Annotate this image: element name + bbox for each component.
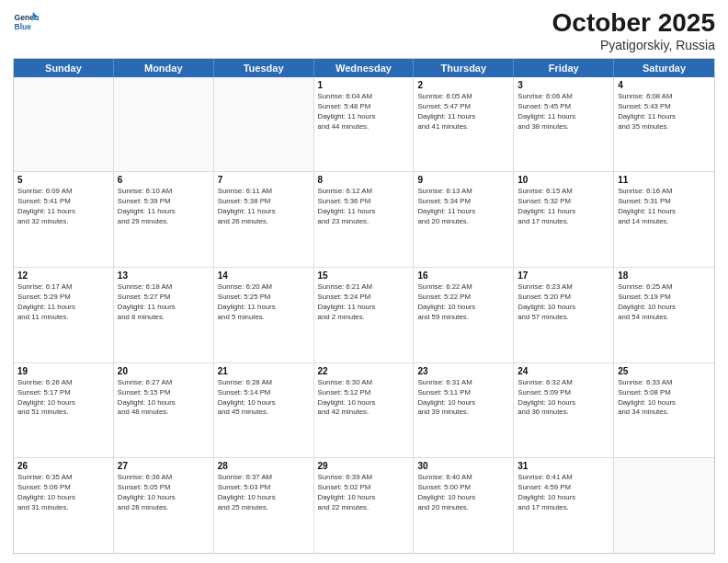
day-number: 4 — [618, 80, 711, 90]
day-cell-7: 7Sunrise: 6:11 AM Sunset: 5:38 PM Daylig… — [214, 172, 314, 267]
day-info: Sunrise: 6:25 AM Sunset: 5:19 PM Dayligh… — [618, 282, 711, 323]
day-number: 10 — [518, 175, 609, 185]
header-day-saturday: Saturday — [614, 59, 714, 77]
calendar-row-2: 5Sunrise: 6:09 AM Sunset: 5:41 PM Daylig… — [14, 172, 714, 268]
day-number: 23 — [417, 366, 509, 376]
day-cell-20: 20Sunrise: 6:27 AM Sunset: 5:15 PM Dayli… — [114, 363, 214, 458]
day-number: 14 — [218, 270, 310, 281]
header-day-thursday: Thursday — [414, 59, 514, 77]
calendar-row-3: 12Sunrise: 6:17 AM Sunset: 5:29 PM Dayli… — [14, 268, 714, 363]
day-cell-11: 11Sunrise: 6:16 AM Sunset: 5:31 PM Dayli… — [614, 172, 714, 267]
day-cell-24: 24Sunrise: 6:32 AM Sunset: 5:09 PM Dayli… — [514, 363, 614, 458]
day-number: 25 — [618, 366, 711, 376]
day-info: Sunrise: 6:20 AM Sunset: 5:25 PM Dayligh… — [218, 282, 310, 323]
day-number: 6 — [118, 175, 210, 185]
day-cell-16: 16Sunrise: 6:22 AM Sunset: 5:22 PM Dayli… — [414, 268, 514, 362]
day-info: Sunrise: 6:06 AM Sunset: 5:45 PM Dayligh… — [518, 92, 609, 132]
day-number: 19 — [17, 366, 109, 376]
day-info: Sunrise: 6:30 AM Sunset: 5:12 PM Dayligh… — [318, 378, 410, 419]
day-info: Sunrise: 6:05 AM Sunset: 5:47 PM Dayligh… — [417, 92, 509, 132]
day-cell-13: 13Sunrise: 6:18 AM Sunset: 5:27 PM Dayli… — [114, 268, 214, 362]
title-block: October 2025 Pyatigorskiy, Russia — [552, 9, 715, 52]
day-cell-18: 18Sunrise: 6:25 AM Sunset: 5:19 PM Dayli… — [614, 268, 714, 362]
day-info: Sunrise: 6:10 AM Sunset: 5:39 PM Dayligh… — [118, 187, 210, 227]
day-number: 17 — [518, 270, 609, 281]
day-number: 30 — [417, 461, 509, 471]
day-number: 2 — [417, 80, 509, 90]
day-number: 21 — [218, 366, 310, 376]
day-info: Sunrise: 6:18 AM Sunset: 5:27 PM Dayligh… — [118, 282, 210, 323]
day-cell-9: 9Sunrise: 6:13 AM Sunset: 5:34 PM Daylig… — [414, 172, 514, 267]
calendar-body: 1Sunrise: 6:04 AM Sunset: 5:48 PM Daylig… — [14, 77, 714, 553]
day-cell-22: 22Sunrise: 6:30 AM Sunset: 5:12 PM Dayli… — [314, 363, 415, 458]
empty-cell — [614, 458, 714, 553]
day-cell-8: 8Sunrise: 6:12 AM Sunset: 5:36 PM Daylig… — [314, 172, 415, 267]
day-cell-29: 29Sunrise: 6:39 AM Sunset: 5:02 PM Dayli… — [314, 458, 415, 553]
day-number: 12 — [17, 270, 109, 281]
day-number: 20 — [118, 366, 210, 376]
day-info: Sunrise: 6:31 AM Sunset: 5:11 PM Dayligh… — [417, 378, 509, 419]
day-cell-5: 5Sunrise: 6:09 AM Sunset: 5:41 PM Daylig… — [14, 172, 114, 267]
header-day-tuesday: Tuesday — [214, 59, 314, 77]
day-info: Sunrise: 6:12 AM Sunset: 5:36 PM Dayligh… — [318, 187, 410, 227]
header: General Blue October 2025 Pyatigorskiy, … — [13, 9, 715, 52]
day-number: 13 — [118, 270, 210, 281]
day-number: 28 — [218, 461, 310, 471]
day-cell-1: 1Sunrise: 6:04 AM Sunset: 5:48 PM Daylig… — [314, 77, 415, 172]
day-info: Sunrise: 6:11 AM Sunset: 5:38 PM Dayligh… — [218, 187, 310, 227]
day-number: 3 — [518, 80, 609, 90]
day-number: 31 — [518, 461, 609, 471]
day-number: 16 — [417, 270, 509, 281]
page: General Blue October 2025 Pyatigorskiy, … — [0, 0, 728, 563]
day-number: 8 — [318, 175, 410, 185]
day-info: Sunrise: 6:04 AM Sunset: 5:48 PM Dayligh… — [318, 92, 410, 132]
day-cell-26: 26Sunrise: 6:35 AM Sunset: 5:06 PM Dayli… — [14, 458, 114, 553]
day-number: 7 — [218, 175, 310, 185]
location: Pyatigorskiy, Russia — [552, 38, 715, 52]
calendar: SundayMondayTuesdayWednesdayThursdayFrid… — [13, 58, 715, 554]
day-info: Sunrise: 6:26 AM Sunset: 5:17 PM Dayligh… — [17, 378, 109, 419]
day-cell-30: 30Sunrise: 6:40 AM Sunset: 5:00 PM Dayli… — [414, 458, 514, 553]
day-info: Sunrise: 6:13 AM Sunset: 5:34 PM Dayligh… — [417, 187, 509, 227]
day-info: Sunrise: 6:09 AM Sunset: 5:41 PM Dayligh… — [17, 187, 109, 227]
empty-cell — [214, 77, 314, 172]
day-number: 27 — [118, 461, 210, 471]
day-number: 24 — [518, 366, 609, 376]
logo-icon: General Blue — [13, 9, 39, 35]
day-number: 9 — [417, 175, 509, 185]
day-info: Sunrise: 6:35 AM Sunset: 5:06 PM Dayligh… — [17, 473, 109, 513]
day-cell-3: 3Sunrise: 6:06 AM Sunset: 5:45 PM Daylig… — [514, 77, 614, 172]
day-cell-10: 10Sunrise: 6:15 AM Sunset: 5:32 PM Dayli… — [514, 172, 614, 267]
day-number: 5 — [17, 175, 109, 185]
empty-cell — [114, 77, 214, 172]
day-info: Sunrise: 6:40 AM Sunset: 5:00 PM Dayligh… — [417, 473, 509, 513]
svg-text:Blue: Blue — [15, 22, 32, 31]
day-info: Sunrise: 6:17 AM Sunset: 5:29 PM Dayligh… — [17, 282, 109, 323]
day-number: 18 — [618, 270, 711, 281]
day-cell-19: 19Sunrise: 6:26 AM Sunset: 5:17 PM Dayli… — [14, 363, 114, 458]
day-info: Sunrise: 6:15 AM Sunset: 5:32 PM Dayligh… — [518, 187, 609, 227]
day-cell-17: 17Sunrise: 6:23 AM Sunset: 5:20 PM Dayli… — [514, 268, 614, 362]
day-cell-15: 15Sunrise: 6:21 AM Sunset: 5:24 PM Dayli… — [314, 268, 415, 362]
day-number: 15 — [318, 270, 410, 281]
day-number: 22 — [318, 366, 410, 376]
day-cell-14: 14Sunrise: 6:20 AM Sunset: 5:25 PM Dayli… — [214, 268, 314, 362]
calendar-row-4: 19Sunrise: 6:26 AM Sunset: 5:17 PM Dayli… — [14, 363, 714, 459]
logo: General Blue — [13, 9, 39, 35]
calendar-row-1: 1Sunrise: 6:04 AM Sunset: 5:48 PM Daylig… — [14, 77, 714, 173]
day-info: Sunrise: 6:21 AM Sunset: 5:24 PM Dayligh… — [318, 282, 410, 323]
header-day-wednesday: Wednesday — [314, 59, 415, 77]
day-number: 11 — [618, 175, 711, 185]
day-number: 26 — [17, 461, 109, 471]
day-info: Sunrise: 6:08 AM Sunset: 5:43 PM Dayligh… — [618, 92, 711, 132]
day-cell-23: 23Sunrise: 6:31 AM Sunset: 5:11 PM Dayli… — [414, 363, 514, 458]
calendar-row-5: 26Sunrise: 6:35 AM Sunset: 5:06 PM Dayli… — [14, 458, 714, 553]
header-day-friday: Friday — [514, 59, 614, 77]
day-info: Sunrise: 6:23 AM Sunset: 5:20 PM Dayligh… — [518, 282, 609, 323]
calendar-header: SundayMondayTuesdayWednesdayThursdayFrid… — [14, 59, 714, 77]
day-info: Sunrise: 6:16 AM Sunset: 5:31 PM Dayligh… — [618, 187, 711, 227]
day-cell-6: 6Sunrise: 6:10 AM Sunset: 5:39 PM Daylig… — [114, 172, 214, 267]
day-info: Sunrise: 6:36 AM Sunset: 5:05 PM Dayligh… — [118, 473, 210, 513]
day-info: Sunrise: 6:28 AM Sunset: 5:14 PM Dayligh… — [218, 378, 310, 419]
empty-cell — [14, 77, 114, 172]
